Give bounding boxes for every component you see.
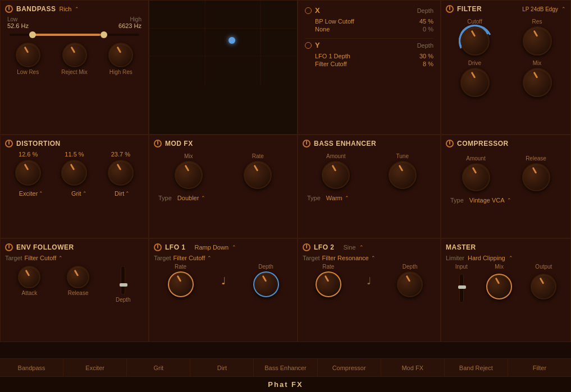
env-follower-panel: ENV FOLLOWER Target Filter Cutoff ⌃ Atta… — [0, 238, 149, 342]
bandpass-panel: BANDPASS Rich ⌃ Low 52.6 Hz High 6623 Hz — [0, 0, 149, 135]
lfo1-target-row: Target Filter Cutoff ⌃ — [154, 255, 293, 261]
bass-type-chevron: ⌃ — [345, 195, 349, 201]
bass-power[interactable] — [303, 140, 310, 147]
env-target-val[interactable]: Filter Cutoff — [25, 255, 57, 261]
dist-grit-type[interactable]: Grit ⌃ — [71, 190, 87, 197]
master-output-group: Output — [531, 264, 556, 305]
master-knobs: Input Mix Output — [446, 261, 566, 305]
bass-tune-knob[interactable] — [389, 161, 417, 189]
master-limiter-val[interactable]: Hard Clipping — [468, 255, 505, 261]
y-param1[interactable]: LFO 1 Depth — [315, 53, 350, 59]
y-param2[interactable]: Filter Cutoff — [315, 61, 347, 67]
env-release-knob[interactable] — [67, 266, 89, 288]
bp-rejectmix-knob-group: Reject Mix — [61, 43, 88, 75]
filter-drive-group: Drive — [446, 60, 504, 97]
lfo1-header: LFO 1 Ramp Down ⌃ — [154, 243, 293, 251]
master-input-slider[interactable] — [459, 274, 464, 303]
filter-power[interactable] — [446, 5, 454, 13]
lfo1-music-note: ♩ — [221, 275, 226, 287]
compressor-power[interactable] — [446, 140, 454, 147]
x-depth-label: Depth — [417, 7, 433, 14]
tab-band-reject[interactable]: Band Reject — [445, 359, 508, 376]
filter-cutoff-knob[interactable] — [460, 26, 490, 56]
bp-low-freq: Low 52.6 Hz — [7, 16, 29, 29]
tab-bass-enhancer[interactable]: Bass Enhancer — [254, 359, 317, 376]
bandpass-title: BANDPASS — [16, 5, 56, 13]
bp-highres-knob[interactable] — [108, 43, 133, 67]
lfo2-waveform[interactable]: Sine — [344, 244, 356, 251]
bp-range-slider[interactable] — [5, 34, 144, 36]
dist-exciter-knob[interactable] — [15, 160, 41, 186]
comp-amount-label: Amount — [466, 155, 485, 162]
lfo1-target-val[interactable]: Filter Cutoff — [173, 255, 205, 261]
env-depth-slider[interactable] — [121, 266, 125, 295]
lfo2-depth-label: Depth — [403, 264, 418, 270]
lfo1-depth-knob[interactable] — [253, 271, 279, 297]
tab-exciter[interactable]: Exciter — [63, 359, 127, 376]
env-depth-thumb — [120, 283, 127, 287]
dist-exciter-type[interactable]: Exciter ⌃ — [19, 190, 44, 197]
xy-canvas[interactable] — [149, 1, 297, 134]
lfo2-power[interactable] — [303, 243, 310, 251]
bp-highres-knob-group: High Res — [108, 43, 133, 75]
lfo2-depth-knob[interactable] — [397, 271, 423, 297]
bandpass-power[interactable] — [5, 5, 13, 13]
x-power[interactable] — [305, 7, 312, 14]
xy-pad-panel[interactable] — [149, 0, 298, 135]
master-input-thumb — [458, 285, 466, 289]
modfx-panel: MOD FX Mix Rate Type Doubler ⌃ — [149, 135, 298, 238]
bass-amount-knob[interactable] — [322, 161, 350, 189]
dist-dirt-knob[interactable] — [108, 160, 134, 186]
modfx-rate-knob[interactable] — [244, 161, 272, 189]
comp-release-knob[interactable] — [522, 163, 550, 191]
slider-thumb-right[interactable] — [101, 31, 107, 38]
bass-type-label: Type — [307, 195, 321, 201]
lfo2-rate-knob[interactable] — [316, 271, 341, 297]
bass-type-val[interactable]: Warm — [326, 195, 342, 201]
bp-rejectmix-label: Reject Mix — [61, 69, 88, 75]
master-mix-knob[interactable] — [486, 274, 512, 299]
bandpass-badge[interactable]: Rich — [59, 6, 71, 12]
tab-grit[interactable]: Grit — [127, 359, 190, 376]
xy-dot[interactable] — [229, 37, 235, 44]
master-output-knob[interactable] — [531, 274, 556, 299]
lfo1-rate-knob[interactable] — [168, 271, 194, 297]
filter-res-knob[interactable] — [523, 26, 552, 56]
modfx-type-chevron: ⌃ — [201, 195, 205, 201]
modfx-type-val[interactable]: Doubler — [177, 195, 199, 201]
filter-badge[interactable]: LP 24dB Edgy — [522, 6, 558, 12]
tab-filter[interactable]: Filter — [508, 359, 571, 376]
tab-compressor[interactable]: Compressor — [318, 359, 381, 376]
main-grid: BANDPASS Rich ⌃ Low 52.6 Hz High 6623 Hz — [0, 0, 571, 358]
lfo1-waveform[interactable]: Ramp Down — [195, 244, 229, 251]
env-attack-knob[interactable] — [18, 266, 40, 288]
comp-amount-knob[interactable] — [462, 163, 490, 191]
y-power[interactable] — [305, 42, 312, 49]
distortion-header: DISTORTION — [5, 140, 144, 147]
tab-mod-fx[interactable]: Mod FX — [381, 359, 445, 376]
bandpass-badge-chevron: ⌃ — [75, 6, 79, 12]
modfx-title: MOD FX — [165, 140, 193, 147]
bp-lowres-knob[interactable] — [16, 43, 40, 67]
filter-mix-knob[interactable] — [523, 68, 552, 97]
lfo2-target-val[interactable]: Filter Resonance — [322, 255, 369, 261]
tab-dirt[interactable]: Dirt — [190, 359, 254, 376]
x-param1[interactable]: BP Low Cutoff — [315, 18, 354, 25]
modfx-power[interactable] — [154, 140, 162, 147]
bp-highres-label: High Res — [109, 69, 133, 75]
dist-dirt-type[interactable]: Dirt ⌃ — [115, 190, 130, 197]
x-param2[interactable]: None — [315, 26, 330, 33]
comp-type-val[interactable]: Vintage VCA — [469, 197, 505, 204]
distortion-power[interactable] — [5, 140, 13, 147]
env-release-group: Release — [67, 266, 89, 296]
filter-drive-knob[interactable] — [460, 68, 490, 97]
tab-bandpass[interactable]: Bandpass — [0, 359, 63, 376]
env-power[interactable] — [5, 243, 13, 251]
lfo1-power[interactable] — [154, 243, 162, 251]
lfo1-title: LFO 1 — [165, 243, 186, 251]
modfx-mix-knob[interactable] — [175, 161, 203, 189]
modfx-header: MOD FX — [154, 140, 293, 147]
dist-grit-knob[interactable] — [61, 160, 87, 186]
bp-rejectmix-knob[interactable] — [62, 43, 87, 67]
slider-thumb-left[interactable] — [29, 31, 36, 38]
